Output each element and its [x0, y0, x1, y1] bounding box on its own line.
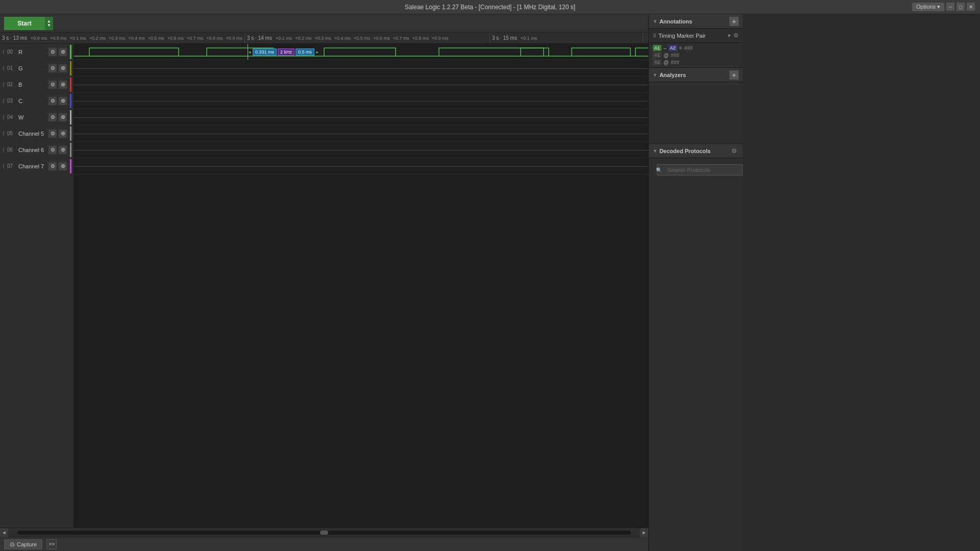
annotations-add-button[interactable]: + — [729, 17, 739, 26]
channel-row-05: 05 Channel 5 ⚙ ⊕ — [0, 126, 74, 142]
channel-plus-05[interactable]: ⊕ — [59, 130, 67, 138]
channel-num-07: 07 — [7, 163, 16, 169]
channel-gear-04[interactable]: ⚙ — [48, 113, 57, 121]
waveform-row-02 — [74, 77, 648, 93]
channel-name-06: Channel 6 — [18, 147, 46, 153]
channel-drag-03[interactable] — [2, 98, 5, 104]
channel-num-01: 01 — [7, 65, 16, 71]
channel-drag-06[interactable] — [2, 147, 5, 153]
channel-plus-01[interactable]: ⊕ — [59, 64, 67, 72]
analyzers-add-button[interactable]: + — [729, 70, 739, 80]
toolbar: Start — [0, 14, 648, 33]
channel-gear-06[interactable]: ⚙ — [48, 146, 57, 154]
time-segment-2: 3 s · 14 ms +0.1 ms +0.2 ms +0.3 ms +0.4… — [245, 33, 490, 43]
channel-gear-05[interactable]: ⚙ — [48, 130, 57, 138]
annotations-title: Annotations — [659, 18, 727, 24]
channel-drag-02[interactable] — [2, 82, 5, 88]
waveform-row-01 — [74, 60, 648, 77]
time-segment-3: 3 s · 15 ms +0.1 ms — [490, 33, 643, 43]
channel-name-04: W — [18, 114, 46, 120]
decoded-protocols-header: ▼ Decoded Protocols ⚙ — [649, 144, 743, 158]
channel-plus-07[interactable]: ⊕ — [59, 162, 67, 170]
channel-waveforms[interactable]: ◄ 0.331 ms 2 kHz 0.5 ms ► — [74, 44, 648, 528]
time-segment-1: 3 s · 13 ms +0.8 ms +0.9 ms +0.1 ms +0.2… — [0, 33, 245, 43]
channel-num-02: 02 — [7, 82, 16, 87]
minimize-button[interactable]: ─ — [946, 3, 954, 11]
decoded-protocols-section: ▼ Decoded Protocols ⚙ 🔍 — [649, 144, 743, 551]
channel-drag-00[interactable] — [2, 49, 5, 55]
capture-icon: ⊙ — [10, 541, 15, 548]
channel-row-01: 01 G ⚙ ⊕ — [0, 60, 74, 77]
channel-name-03: C — [18, 98, 46, 104]
marker-a1-at: @ — [664, 53, 669, 58]
marker-settings-btn[interactable]: ⚙ — [733, 32, 739, 39]
waveform-row-06 — [74, 142, 648, 158]
channel-drag-04[interactable] — [2, 114, 5, 120]
waveform-row-00: ◄ 0.331 ms 2 kHz 0.5 ms ► — [74, 44, 648, 60]
scroll-left-arrow[interactable]: ◄ — [0, 528, 8, 537]
options-button[interactable]: Options ▾ — [912, 3, 944, 11]
waveform-row-05 — [74, 126, 648, 142]
channel-color-03 — [70, 94, 71, 108]
channel-plus-03[interactable]: ⊕ — [59, 97, 67, 105]
marker-a2-row: A2 @ ### — [653, 59, 739, 65]
channel-gear-01[interactable]: ⚙ — [48, 64, 57, 72]
bottom-toolbar: ⊙ Capture >> — [0, 537, 648, 551]
channel-gear-07[interactable]: ⚙ — [48, 162, 57, 170]
channel-color-01 — [70, 61, 71, 76]
channel-color-07 — [70, 159, 71, 173]
time-ruler-inner: 3 s · 13 ms +0.8 ms +0.9 ms +0.1 ms +0.2… — [0, 33, 643, 43]
waveform-svg-00 — [74, 44, 648, 60]
marker-a2-single: A2 — [653, 59, 662, 65]
marker-a1-value: ### — [671, 53, 679, 58]
marker-a2-at: @ — [664, 60, 669, 65]
marker-pair-row: A1 – A2 = ### — [653, 45, 739, 51]
channel-row-00: 00 R ⚙ ⊕ — [0, 44, 74, 60]
channel-gear-00[interactable]: ⚙ — [48, 48, 57, 56]
channel-gear-02[interactable]: ⚙ — [48, 81, 57, 89]
timing-marker-label: Timing Marker Pair — [658, 33, 725, 39]
channel-row-06: 06 Channel 6 ⚙ ⊕ — [0, 142, 74, 158]
scrollbar-thumb[interactable] — [320, 531, 328, 535]
annotations-header: ▼ Annotations + — [649, 14, 743, 29]
marker-dash: – — [664, 45, 667, 51]
marker-equals: = — [679, 45, 682, 51]
channel-plus-04[interactable]: ⊕ — [59, 113, 67, 121]
restore-button[interactable]: □ — [957, 3, 965, 11]
channel-drag-01[interactable] — [2, 65, 5, 71]
channel-num-00: 00 — [7, 49, 16, 55]
channel-color-05 — [70, 127, 71, 141]
search-protocols-input[interactable] — [657, 164, 743, 176]
scroll-right-arrow[interactable]: ► — [640, 528, 648, 537]
analyzers-header: ▼ Analyzers + — [649, 68, 743, 82]
capture-tab[interactable]: ⊙ Capture — [4, 539, 42, 549]
scrollbar[interactable]: ◄ ► — [0, 528, 648, 537]
channel-row-07: 07 Channel 7 ⚙ ⊕ — [0, 158, 74, 174]
channel-plus-00[interactable]: ⊕ — [59, 48, 67, 56]
channel-drag-05[interactable] — [2, 131, 5, 137]
analyzers-section: ▼ Analyzers + — [649, 68, 743, 144]
channel-gear-03[interactable]: ⚙ — [48, 97, 57, 105]
close-button[interactable]: ✕ — [967, 3, 975, 11]
meas-arrow-left: ◄ — [248, 50, 252, 55]
time-ruler: 3 s · 13 ms +0.8 ms +0.9 ms +0.1 ms +0.2… — [0, 33, 648, 44]
marker-icon: ⧖ — [653, 33, 656, 39]
decoded-protocols-triangle: ▼ — [653, 148, 657, 154]
start-button[interactable]: Start — [4, 17, 45, 30]
marker-down-btn[interactable]: ▼ — [727, 33, 731, 38]
channels-container: 00 R ⚙ ⊕ 01 G ⚙ ⊕ — [0, 44, 648, 528]
window-controls[interactable]: Options ▾ ─ □ ✕ — [912, 3, 975, 11]
channel-plus-06[interactable]: ⊕ — [59, 146, 67, 154]
channel-drag-07[interactable] — [2, 163, 5, 169]
channel-plus-02[interactable]: ⊕ — [59, 81, 67, 89]
scrollbar-track[interactable] — [17, 531, 631, 535]
decoded-protocols-gear-button[interactable]: ⚙ — [729, 146, 739, 156]
marker-a1-badge: A1 — [653, 45, 662, 51]
window-title: Saleae Logic 1.2.27 Beta - [Connected] -… — [405, 4, 575, 11]
annotations-section: ▼ Annotations + ⧖ Timing Marker Pair ▼ ⚙… — [649, 14, 743, 68]
annotations-triangle: ▼ — [653, 19, 657, 24]
start-arrow[interactable] — [45, 17, 53, 30]
expand-button[interactable]: >> — [46, 539, 57, 549]
waveform-row-07 — [74, 158, 648, 174]
channel-row-02: 02 B ⚙ ⊕ — [0, 77, 74, 93]
